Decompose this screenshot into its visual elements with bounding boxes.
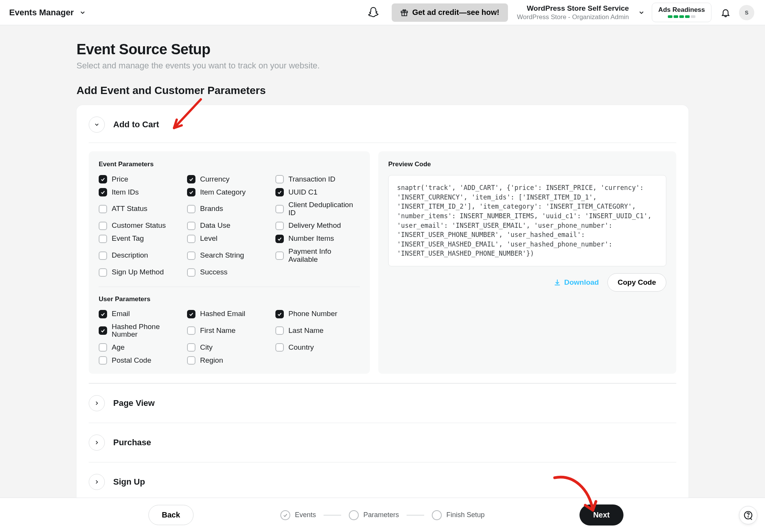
checkbox-row[interactable]: Currency	[187, 175, 272, 183]
checkbox[interactable]	[275, 310, 284, 318]
checkbox-row[interactable]: Postal Code	[99, 356, 183, 365]
nav-title-dropdown[interactable]: Events Manager	[9, 8, 86, 18]
checkbox-label: UUID C1	[288, 188, 317, 196]
step-current-icon	[349, 510, 359, 520]
checkbox[interactable]	[275, 326, 284, 335]
back-button[interactable]: Back	[148, 505, 194, 525]
checkbox-row[interactable]: Client Deduplication ID	[275, 201, 360, 217]
checkbox-label: Hashed Phone Number	[112, 323, 183, 339]
checkbox[interactable]	[187, 188, 195, 196]
checkbox[interactable]	[187, 343, 195, 352]
checkbox[interactable]	[99, 175, 107, 183]
checkbox-label: Email	[112, 310, 130, 318]
help-button[interactable]	[739, 506, 757, 524]
checkbox[interactable]	[275, 205, 284, 213]
checkbox-row[interactable]: Price	[99, 175, 183, 183]
checkbox[interactable]	[99, 326, 107, 335]
checkbox[interactable]	[275, 175, 284, 183]
checkbox[interactable]	[99, 310, 107, 318]
checkbox[interactable]	[187, 356, 195, 365]
preview-code-label: Preview Code	[388, 161, 666, 168]
get-ad-credit-button[interactable]: Get ad credit—see how!	[392, 3, 508, 22]
checkbox[interactable]	[99, 343, 107, 352]
accordion-header-add-to-cart[interactable]: Add to Cart	[89, 117, 676, 143]
checkbox[interactable]	[99, 222, 107, 230]
checkbox-row[interactable]: Last Name	[275, 323, 360, 339]
snapchat-logo-icon	[367, 6, 379, 19]
checkbox-row[interactable]: First Name	[187, 323, 272, 339]
wizard-steps: Events Parameters Finish Setup	[280, 510, 485, 520]
checkbox-row[interactable]: Item IDs	[99, 188, 183, 196]
notifications-button[interactable]	[719, 6, 732, 19]
checkbox-label: First Name	[200, 327, 236, 335]
checkbox-row[interactable]: Data Use	[187, 222, 272, 230]
checkbox[interactable]	[187, 205, 195, 213]
checkbox-row[interactable]: Phone Number	[275, 310, 360, 318]
checkbox[interactable]	[99, 251, 107, 260]
checkbox-row[interactable]: Age	[99, 343, 183, 352]
checkbox-row[interactable]: Item Category	[187, 188, 272, 196]
expand-button[interactable]	[89, 474, 105, 490]
accordion-header[interactable]: Sign Up	[89, 462, 676, 501]
expand-button[interactable]	[89, 435, 105, 451]
step-events: Events	[280, 510, 316, 520]
download-link[interactable]: Download	[553, 278, 599, 287]
checkbox-label: Sign Up Method	[112, 268, 164, 276]
checkbox[interactable]	[187, 235, 195, 243]
ads-readiness-meter	[658, 15, 705, 18]
check-icon	[189, 177, 194, 182]
checkbox[interactable]	[187, 251, 195, 260]
checkbox[interactable]	[99, 235, 107, 243]
checkbox[interactable]	[275, 343, 284, 352]
checkbox[interactable]	[275, 235, 284, 243]
checkbox-row[interactable]: Email	[99, 310, 183, 318]
copy-code-button[interactable]: Copy Code	[607, 273, 666, 292]
checkbox[interactable]	[275, 222, 284, 230]
checkbox[interactable]	[187, 268, 195, 277]
checkbox-row[interactable]: Brands	[187, 201, 272, 217]
checkbox-row[interactable]: City	[187, 343, 272, 352]
checkbox[interactable]	[99, 356, 107, 365]
accordion-title: Add to Cart	[113, 120, 159, 130]
preview-code-block[interactable]: snaptr('track', 'ADD_CART', {'price': IN…	[388, 175, 666, 266]
checkbox-row[interactable]: Hashed Email	[187, 310, 272, 318]
checkbox-row[interactable]: Country	[275, 343, 360, 352]
checkbox[interactable]	[187, 175, 195, 183]
checkbox-row[interactable]: Hashed Phone Number	[99, 323, 183, 339]
checkbox[interactable]	[187, 326, 195, 335]
checkbox-row[interactable]: Sign Up Method	[99, 268, 183, 277]
ads-readiness-button[interactable]: Ads Readiness	[652, 3, 711, 22]
collapse-button[interactable]	[89, 117, 105, 133]
avatar-initial: s	[745, 8, 749, 16]
expand-button[interactable]	[89, 395, 105, 411]
checkbox[interactable]	[187, 310, 195, 318]
checkbox-label: Item IDs	[112, 188, 139, 196]
checkbox[interactable]	[275, 251, 284, 260]
checkbox-row[interactable]: Search String	[187, 248, 272, 264]
checkbox[interactable]	[187, 222, 195, 230]
checkbox-row[interactable]: Region	[187, 356, 272, 365]
checkbox-row[interactable]: Delivery Method	[275, 222, 360, 230]
user-avatar[interactable]: s	[739, 5, 754, 20]
checkbox-row[interactable]: ATT Status	[99, 201, 183, 217]
checkbox-row[interactable]: Transaction ID	[275, 175, 360, 183]
accordion-header[interactable]: Purchase	[89, 423, 676, 462]
checkbox[interactable]	[99, 268, 107, 277]
checkbox-row[interactable]: Level	[187, 235, 272, 243]
checkbox-row[interactable]: UUID C1	[275, 188, 360, 196]
checkbox-row[interactable]: Payment Info Available	[275, 248, 360, 264]
checkbox[interactable]	[99, 188, 107, 196]
checkbox-row[interactable]: Customer Status	[99, 222, 183, 230]
checkbox-row[interactable]: Description	[99, 248, 183, 264]
check-icon	[189, 190, 194, 195]
checkbox-label: Currency	[200, 175, 230, 183]
account-switcher[interactable]: WordPress Store Self Service WordPress S…	[517, 4, 645, 21]
next-button[interactable]: Next	[579, 504, 623, 526]
check-icon	[100, 311, 106, 317]
checkbox-row[interactable]: Success	[187, 268, 272, 277]
accordion-header[interactable]: Page View	[89, 383, 676, 423]
checkbox[interactable]	[99, 205, 107, 213]
checkbox-row[interactable]: Number Items	[275, 235, 360, 243]
checkbox-row[interactable]: Event Tag	[99, 235, 183, 243]
checkbox[interactable]	[275, 188, 284, 196]
